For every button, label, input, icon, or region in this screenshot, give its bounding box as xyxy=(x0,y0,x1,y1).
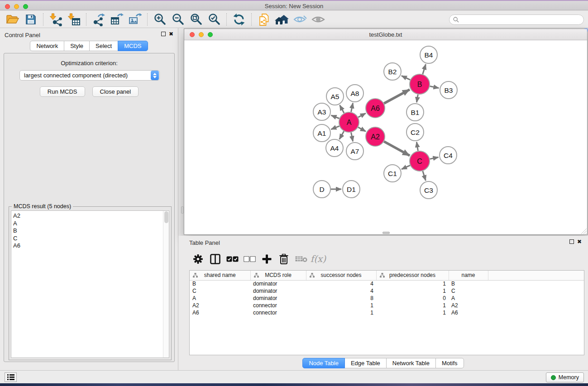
tab-edge-table[interactable]: Edge Table xyxy=(344,358,387,368)
result-list-item[interactable]: B xyxy=(13,227,169,235)
table-cell[interactable]: 1 xyxy=(376,287,449,295)
hide-details-button[interactable] xyxy=(291,12,309,27)
float-panel-icon[interactable] xyxy=(569,239,574,244)
float-panel-icon[interactable] xyxy=(161,32,166,36)
zoom-fit-button[interactable] xyxy=(187,12,205,27)
graph-edge-B-B2[interactable] xyxy=(402,76,410,80)
table-cell[interactable]: C xyxy=(449,287,488,295)
table-settings-button[interactable] xyxy=(189,251,206,267)
delete-table-button[interactable] xyxy=(292,251,310,267)
export-table-button[interactable] xyxy=(108,12,126,27)
column-header-successor-nodes[interactable]: successor nodes xyxy=(306,271,376,280)
tab-node-table[interactable]: Node Table xyxy=(302,358,345,368)
save-session-button[interactable] xyxy=(22,12,40,27)
zoom-in-button[interactable] xyxy=(151,12,169,27)
run-mcds-button[interactable]: Run MCDS xyxy=(40,86,85,97)
graph-edge-A-A1[interactable] xyxy=(331,126,339,129)
table-cell[interactable]: A xyxy=(449,295,488,302)
result-list-item[interactable]: C xyxy=(13,235,169,243)
table-cell[interactable]: 1 xyxy=(306,309,376,316)
table-cell[interactable]: A6 xyxy=(449,309,488,316)
table-cell[interactable]: connector xyxy=(250,302,306,309)
graph-edge-A-A2[interactable] xyxy=(358,127,366,131)
graph-edge-A6-B[interactable] xyxy=(384,90,410,104)
table-cell[interactable]: dominator xyxy=(250,295,306,302)
table-cell[interactable]: A2 xyxy=(190,302,250,309)
table-row[interactable]: Cdominator41C xyxy=(190,287,584,295)
graph-edge-B-B4[interactable] xyxy=(423,64,426,74)
home-button[interactable] xyxy=(273,12,291,27)
network-window-titlebar[interactable]: testGlobe.txt xyxy=(184,29,587,40)
table-row[interactable]: Bdominator41B xyxy=(190,280,584,287)
graph-edge-A-A3[interactable] xyxy=(331,115,339,119)
window-resize-grip[interactable] xyxy=(581,228,587,234)
table-cell[interactable]: dominator xyxy=(250,287,306,295)
table-row[interactable]: A6connector11A6 xyxy=(190,309,584,316)
delete-column-button[interactable] xyxy=(275,251,292,267)
graph-edge-B-B1[interactable] xyxy=(417,95,418,103)
column-header-predecessor-nodes[interactable]: predecessor nodes xyxy=(376,271,449,280)
memory-button[interactable]: Memory xyxy=(546,372,584,382)
task-history-button[interactable] xyxy=(5,372,17,382)
table-cell[interactable]: A2 xyxy=(449,302,488,309)
select-all-columns-button[interactable] xyxy=(224,251,241,267)
refresh-button[interactable] xyxy=(230,12,248,27)
search-input[interactable] xyxy=(461,17,583,23)
table-cell[interactable]: B xyxy=(190,280,250,287)
graph-edge-B-B3[interactable] xyxy=(430,86,439,88)
table-row[interactable]: A2connector11A2 xyxy=(190,302,584,309)
table-cell[interactable]: dominator xyxy=(250,280,306,287)
criterion-dropdown[interactable]: largest connected component (directed) xyxy=(19,70,160,81)
graph-edge-A2-C[interactable] xyxy=(384,142,410,156)
graph-edge-C-C3[interactable] xyxy=(423,171,426,181)
graph-edge-C-C2[interactable] xyxy=(416,142,418,151)
table-cell[interactable]: B xyxy=(449,280,488,287)
result-list-item[interactable]: A2 xyxy=(13,212,169,220)
table-cell[interactable]: 1 xyxy=(306,302,376,309)
network-vscrollbar[interactable] xyxy=(181,206,184,214)
result-scrollbar[interactable] xyxy=(163,211,169,357)
network-canvas[interactable]: AA1A2A3A4A5A6A7A8BB1B2B3B4CC1C2C3C4DD1 xyxy=(184,40,587,234)
tab-network[interactable]: Network xyxy=(30,41,64,51)
close-panel-icon[interactable]: ✖ xyxy=(577,239,582,244)
graph-edge-A-A5[interactable] xyxy=(340,105,344,113)
node-table[interactable]: shared nameMCDS rolesuccessor nodesprede… xyxy=(189,270,584,355)
import-network-button[interactable] xyxy=(47,12,65,27)
close-panel-button[interactable]: Close panel xyxy=(92,86,139,97)
table-cell[interactable]: 8 xyxy=(306,295,376,302)
clone-network-button[interactable] xyxy=(255,12,273,27)
table-cell[interactable]: A xyxy=(190,295,250,302)
table-cell[interactable]: A6 xyxy=(190,309,250,316)
show-details-button[interactable] xyxy=(309,12,327,27)
graph-edge-A-A4[interactable] xyxy=(339,131,344,139)
show-columns-button[interactable] xyxy=(206,251,224,267)
close-panel-icon[interactable]: ✖ xyxy=(169,32,173,36)
column-header-shared-name[interactable]: shared name xyxy=(190,271,250,280)
tab-network-table[interactable]: Network Table xyxy=(386,358,436,368)
tab-motifs[interactable]: Motifs xyxy=(435,358,464,368)
tab-style[interactable]: Style xyxy=(64,41,90,51)
graph-edge-A-A8[interactable] xyxy=(351,103,353,112)
table-cell[interactable]: 1 xyxy=(376,302,449,309)
table-cell[interactable]: 4 xyxy=(306,287,376,295)
column-header-mcds-role[interactable]: MCDS role xyxy=(250,271,306,280)
table-cell[interactable]: connector xyxy=(250,309,306,316)
graph-edge-C-C4[interactable] xyxy=(430,157,439,159)
table-cell[interactable]: 1 xyxy=(376,309,449,316)
open-session-button[interactable] xyxy=(4,12,22,27)
mcds-result-list[interactable]: A2ABCA6 xyxy=(11,210,169,358)
graph-edge-C-C1[interactable] xyxy=(402,165,410,169)
function-builder-button[interactable]: f(x) xyxy=(310,251,327,267)
result-list-item[interactable]: A xyxy=(13,220,169,228)
zoom-out-button[interactable] xyxy=(169,12,187,27)
table-cell[interactable]: 1 xyxy=(376,280,449,287)
tab-mcds[interactable]: MCDS xyxy=(118,41,148,51)
select-none-columns-button[interactable] xyxy=(241,251,258,267)
add-column-button[interactable] xyxy=(258,251,275,267)
graph-edge-A-A6[interactable] xyxy=(358,113,366,117)
export-image-button[interactable] xyxy=(126,12,144,27)
search-field[interactable] xyxy=(449,14,584,25)
result-list-item[interactable]: A6 xyxy=(13,242,169,250)
export-network-button[interactable] xyxy=(90,12,108,27)
network-hscrollbar[interactable] xyxy=(382,232,390,234)
